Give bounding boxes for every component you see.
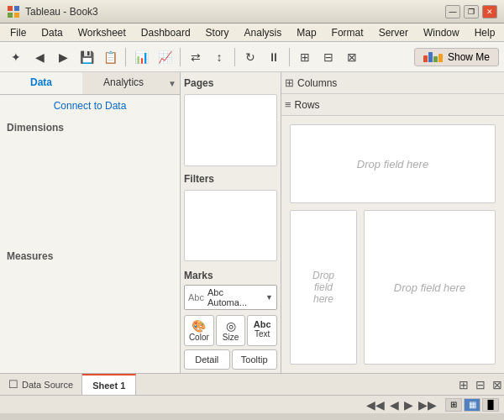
minimize-btn[interactable]: — xyxy=(445,5,460,18)
size-label: Size xyxy=(223,333,239,342)
marks-type-icon: Abc xyxy=(188,292,204,302)
size-btn[interactable]: ◎ Size xyxy=(216,315,246,346)
color-icon: 🎨 xyxy=(186,319,212,333)
canvas-bottom-row: Drop field here Drop field here xyxy=(290,210,496,365)
svg-rect-0 xyxy=(8,6,13,11)
menu-data[interactable]: Data xyxy=(34,25,69,40)
toolbar-filter2-btn[interactable]: ⊟ xyxy=(318,46,339,68)
filters-label: Filters xyxy=(184,171,277,186)
svg-rect-3 xyxy=(14,13,19,18)
close-btn[interactable]: ✕ xyxy=(482,5,497,18)
view-buttons: ⊞ ▦ █ xyxy=(445,398,499,412)
nav-prev-btn[interactable]: ◀ xyxy=(388,398,401,412)
marks-type-dropdown[interactable]: Abc Abc Automa... ▼ xyxy=(184,285,277,310)
new-sheet-icon[interactable]: ⊞ xyxy=(457,378,470,391)
sheet1-label: Sheet 1 xyxy=(92,381,125,391)
text-btn[interactable]: Abc Text xyxy=(247,315,277,346)
nav-buttons: ◀◀ ◀ ▶ ▶▶ xyxy=(365,398,438,412)
pages-shelf[interactable] xyxy=(184,94,277,166)
text-icon: Abc xyxy=(249,319,275,329)
menu-window[interactable]: Window xyxy=(417,25,466,40)
right-panel: ⊞ Columns ≡ Rows Drop field here Drop fi… xyxy=(281,72,504,373)
nav-next-btn[interactable]: ▶ xyxy=(402,398,415,412)
view-grid-btn[interactable]: ⊞ xyxy=(445,398,462,412)
window-controls: — ❐ ✕ xyxy=(445,5,497,18)
marks-section: Marks Abc Abc Automa... ▼ 🎨 Color ◎ Size… xyxy=(184,270,277,370)
filters-shelf[interactable] xyxy=(184,190,277,262)
drop-field-top-label: Drop field here xyxy=(357,158,428,171)
menu-help[interactable]: Help xyxy=(468,25,502,40)
tooltip-btn[interactable]: Tooltip xyxy=(232,349,278,370)
drop-zone-right[interactable]: Drop field here xyxy=(364,210,496,365)
columns-icon: ⊞ xyxy=(285,76,294,89)
data-source-tab[interactable]: ☐ Data Source xyxy=(0,374,82,395)
show-me-icon xyxy=(423,52,443,62)
toolbar-sep-3 xyxy=(234,48,235,66)
menu-file[interactable]: File xyxy=(3,25,33,40)
menu-dashboard[interactable]: Dashboard xyxy=(134,25,197,40)
columns-label: Columns xyxy=(297,77,344,89)
color-btn[interactable]: 🎨 Color xyxy=(184,315,214,346)
menu-analysis[interactable]: Analysis xyxy=(238,25,289,40)
drop-zone-left[interactable]: Drop field here xyxy=(290,210,357,365)
show-me-button[interactable]: Show Me xyxy=(414,48,499,66)
view-tile-btn[interactable]: ▦ xyxy=(464,398,480,412)
restore-btn[interactable]: ❐ xyxy=(464,5,479,18)
left-panel: Data Analytics ▼ Connect to Data Dimensi… xyxy=(0,72,181,373)
toolbar-refresh-btn[interactable]: ↻ xyxy=(239,46,261,68)
detail-btn[interactable]: Detail xyxy=(184,349,230,370)
show-me-label: Show Me xyxy=(448,51,490,63)
connect-to-data-btn[interactable]: Connect to Data xyxy=(7,100,173,112)
toolbar-pause-btn[interactable]: ⏸ xyxy=(263,46,285,68)
nav-first-btn[interactable]: ◀◀ xyxy=(365,398,386,412)
toolbar-forward-btn[interactable]: ▶ xyxy=(52,46,74,68)
menu-map[interactable]: Map xyxy=(290,25,323,40)
drop-zone-top[interactable]: Drop field here xyxy=(290,124,496,203)
toolbar: ✦ ◀ ▶ 💾 📋 📊 📈 ⇄ ↕ ↻ ⏸ ⊞ ⊟ ⊠ Show Me xyxy=(0,42,504,72)
toolbar-grid-btn[interactable]: ✦ xyxy=(5,46,27,68)
new-story-icon[interactable]: ⊠ xyxy=(491,378,504,391)
toolbar-chart-btn[interactable]: 📊 xyxy=(130,46,152,68)
toolbar-save-btn[interactable]: 💾 xyxy=(76,46,97,68)
toolbar-chart2-btn[interactable]: 📈 xyxy=(154,46,176,68)
toolbar-print-btn[interactable]: 📋 xyxy=(99,46,121,68)
size-icon: ◎ xyxy=(218,319,244,333)
panel-tabs: Data Analytics ▼ xyxy=(0,72,180,95)
toolbar-sep-4 xyxy=(289,48,290,66)
app-icon xyxy=(7,5,20,18)
tab-data[interactable]: Data xyxy=(0,72,82,94)
columns-drop-zone[interactable] xyxy=(344,76,501,91)
drop-field-left-label: Drop field here xyxy=(312,270,334,305)
toolbar-swap-btn[interactable]: ⇄ xyxy=(185,46,207,68)
menu-worksheet[interactable]: Worksheet xyxy=(71,25,133,40)
detail-tooltip-btns: Detail Tooltip xyxy=(184,349,277,370)
panel-arrow[interactable]: ▼ xyxy=(165,72,180,94)
svg-rect-1 xyxy=(14,6,19,11)
data-source-label: Data Source xyxy=(22,380,73,390)
menu-bar: File Data Worksheet Dashboard Story Anal… xyxy=(0,24,504,42)
nav-last-btn[interactable]: ▶▶ xyxy=(417,398,438,412)
canvas-main: Drop field here Drop field here Drop fie… xyxy=(290,124,496,365)
checkbox-icon: ☐ xyxy=(8,378,18,391)
center-panel: Pages Filters Marks Abc Abc Automa... ▼ … xyxy=(181,72,281,373)
dimensions-content xyxy=(0,136,180,245)
columns-row: ⊞ Columns xyxy=(281,72,504,94)
toolbar-sep-2 xyxy=(180,48,181,66)
rows-drop-zone[interactable] xyxy=(341,97,501,113)
canvas-area: Drop field here Drop field here Drop fie… xyxy=(281,116,504,373)
new-dashboard-icon[interactable]: ⊟ xyxy=(474,378,487,391)
toolbar-back-btn[interactable]: ◀ xyxy=(29,46,50,68)
marks-dropdown-chevron: ▼ xyxy=(265,293,273,302)
toolbar-filter-btn[interactable]: ⊞ xyxy=(294,46,316,68)
toolbar-sort-asc-btn[interactable]: ↕ xyxy=(208,46,230,68)
toolbar-group-btn[interactable]: ⊠ xyxy=(341,46,363,68)
menu-format[interactable]: Format xyxy=(325,25,370,40)
marks-type-text: Abc Automa... xyxy=(207,287,264,307)
dimensions-header: Dimensions xyxy=(0,117,180,136)
view-list-btn[interactable]: █ xyxy=(482,398,499,412)
tab-action-icons: ⊞ ⊟ ⊠ xyxy=(457,374,504,395)
tab-analytics[interactable]: Analytics xyxy=(82,72,165,94)
sheet1-tab[interactable]: Sheet 1 xyxy=(82,374,136,395)
menu-story[interactable]: Story xyxy=(199,25,236,40)
menu-server[interactable]: Server xyxy=(372,25,415,40)
